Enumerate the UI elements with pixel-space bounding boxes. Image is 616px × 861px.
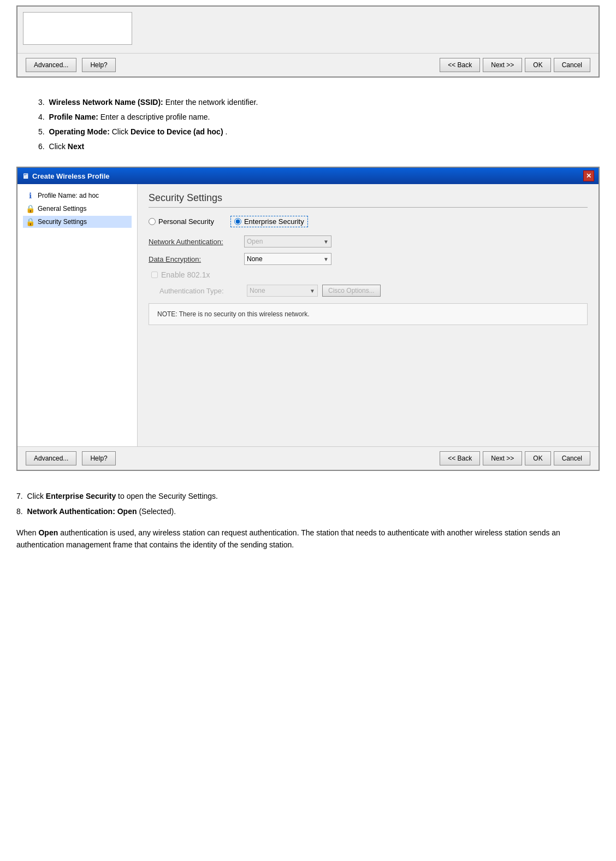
note-box: NOTE: There is no security on this wirel… — [149, 303, 588, 325]
sidebar-general-settings[interactable]: 🔒 General Settings — [23, 203, 132, 215]
personal-security-label[interactable]: Personal Security — [149, 217, 214, 226]
lock-icon-general: 🔒 — [26, 204, 34, 213]
top-dialog-body — [17, 7, 599, 53]
main-ok-button[interactable]: OK — [525, 451, 550, 465]
data-encryption-row: Data Encryption: None ▼ — [149, 253, 588, 265]
top-dialog-footer: Advanced... Help? << Back Next >> OK Can… — [17, 53, 599, 76]
network-auth-value: Open — [247, 238, 263, 245]
open-bold: Open — [38, 528, 58, 537]
top-back-button[interactable]: << Back — [440, 58, 480, 72]
network-auth-row: Network Authentication: Open ▼ — [149, 235, 588, 247]
auth-type-row: Authentication Type: None ▼ Cisco Option… — [149, 285, 588, 297]
bottom-text-section: 7. Click Enterprise Security to open the… — [16, 482, 600, 564]
next-label: Next — [68, 142, 84, 151]
lock-icon-security: 🔒 — [26, 217, 34, 226]
instructions-section: 3. Wireless Network Name (SSID): Enter t… — [16, 91, 600, 167]
sidebar-security-label: Security Settings — [38, 218, 87, 226]
item7-rest: to open the Security Settings. — [118, 492, 218, 500]
when-text: When — [16, 528, 38, 537]
top-dialog: Advanced... Help? << Back Next >> OK Can… — [16, 5, 600, 78]
bottom-instructions-list: 7. Click Enterprise Security to open the… — [16, 490, 600, 518]
operating-mode-label: Operating Mode: — [49, 127, 110, 136]
data-encryption-label: Data Encryption: — [149, 255, 244, 263]
main-cancel-button[interactable]: Cancel — [554, 451, 590, 465]
main-dialog: 🖥 Create Wireless Profile ✕ ℹ Profile Na… — [16, 167, 600, 471]
network-auth-arrow: ▼ — [323, 239, 329, 245]
ad-hoc-label: Device to Device (ad hoc) — [131, 127, 223, 136]
click-next-text: Click — [49, 142, 68, 151]
main-next-button[interactable]: Next >> — [483, 451, 522, 465]
auth-type-value: None — [250, 287, 265, 294]
top-advanced-button[interactable]: Advanced... — [26, 58, 76, 72]
main-dialog-footer: Advanced... Help? << Back Next >> OK Can… — [17, 446, 599, 470]
titlebar-title-area: 🖥 Create Wireless Profile — [22, 172, 110, 180]
main-footer-right: << Back Next >> OK Cancel — [440, 451, 590, 465]
close-button[interactable]: ✕ — [583, 170, 594, 181]
network-auth-label: Network Authentication: — [149, 238, 244, 246]
personal-security-radio[interactable] — [149, 218, 156, 225]
instruction-item-3: 3. Wireless Network Name (SSID): Enter t… — [38, 97, 600, 108]
sidebar-profile-name: ℹ Profile Name: ad hoc — [23, 190, 132, 202]
item7-text: Click — [27, 492, 46, 500]
ssid-label: Wireless Network Name (SSID): — [49, 98, 163, 107]
profile-name-text: Enter a descriptive profile name. — [100, 113, 210, 121]
top-ok-button[interactable]: OK — [525, 58, 550, 72]
main-advanced-button[interactable]: Advanced... — [26, 451, 76, 465]
ssid-text: Enter the network identifier. — [165, 98, 258, 107]
open-text: authentication is used, any wireless sta… — [16, 528, 560, 549]
enterprise-security-label[interactable]: Enterprise Security — [230, 216, 308, 227]
main-back-button[interactable]: << Back — [440, 451, 480, 465]
instruction-item-4: 4. Profile Name: Enter a descriptive pro… — [38, 111, 600, 123]
auth-type-label: Authentication Type: — [159, 287, 247, 295]
sidebar-security-settings[interactable]: 🔒 Security Settings — [23, 216, 132, 228]
dialog-main-content: Security Settings Personal Security Ente… — [138, 184, 599, 446]
data-encryption-arrow: ▼ — [323, 256, 329, 262]
operating-mode-period: . — [225, 127, 227, 136]
titlebar-icon: 🖥 — [22, 172, 29, 180]
top-next-button[interactable]: Next >> — [483, 58, 522, 72]
titlebar-text: Create Wireless Profile — [32, 172, 110, 180]
enterprise-security-radio[interactable] — [234, 218, 241, 225]
sidebar-general-label: General Settings — [38, 205, 86, 213]
instructions-list: 3. Wireless Network Name (SSID): Enter t… — [16, 97, 600, 152]
item8-rest: (Selected). — [139, 507, 176, 516]
main-dialog-titlebar: 🖥 Create Wireless Profile ✕ — [17, 168, 599, 184]
profile-icon: ℹ — [26, 191, 34, 200]
top-footer-right: << Back Next >> OK Cancel — [440, 58, 590, 72]
instruction-item-5: 5. Operating Mode: Click Device to Devic… — [38, 126, 600, 138]
enterprise-security-bold: Enterprise Security — [46, 492, 116, 500]
dialog-sidebar: ℹ Profile Name: ad hoc 🔒 General Setting… — [17, 184, 138, 446]
main-dialog-body: ℹ Profile Name: ad hoc 🔒 General Setting… — [17, 184, 599, 446]
top-footer-left: Advanced... Help? — [26, 58, 116, 72]
auth-type-select[interactable]: None ▼ — [247, 285, 318, 297]
data-encryption-select[interactable]: None ▼ — [244, 253, 331, 265]
cisco-options-button[interactable]: Cisco Options... — [322, 285, 381, 297]
bottom-paragraph: When Open authentication is used, any wi… — [16, 527, 600, 551]
main-help-button[interactable]: Help? — [82, 451, 115, 465]
enterprise-security-text: Enterprise Security — [244, 217, 304, 226]
enable-8021x-row: Enable 802.1x — [149, 270, 588, 279]
enable-8021x-label: Enable 802.1x — [161, 270, 210, 279]
data-encryption-value: None — [247, 255, 263, 263]
profile-name-label: Profile Name: — [49, 113, 98, 121]
bottom-item-8: 8. Network Authentication: Open (Selecte… — [16, 505, 600, 517]
operating-mode-text: Click — [112, 127, 131, 136]
bottom-item-7: 7. Click Enterprise Security to open the… — [16, 490, 600, 502]
security-settings-title: Security Settings — [149, 192, 588, 208]
personal-security-text: Personal Security — [158, 217, 214, 226]
instruction-item-6: 6. Click Next — [38, 141, 600, 152]
network-auth-open-bold: Network Authentication: Open — [27, 507, 137, 516]
enable-8021x-checkbox[interactable] — [151, 272, 158, 278]
main-footer-left: Advanced... Help? — [26, 451, 116, 465]
network-auth-select[interactable]: Open ▼ — [244, 235, 331, 247]
sidebar-profile-name-text: Profile Name: ad hoc — [38, 192, 99, 199]
security-type-row: Personal Security Enterprise Security — [149, 216, 588, 227]
top-help-button[interactable]: Help? — [82, 58, 115, 72]
auth-type-arrow: ▼ — [310, 288, 315, 294]
note-text: NOTE: There is no security on this wirel… — [157, 310, 310, 318]
top-dialog-image — [23, 12, 132, 45]
top-cancel-button[interactable]: Cancel — [554, 58, 590, 72]
